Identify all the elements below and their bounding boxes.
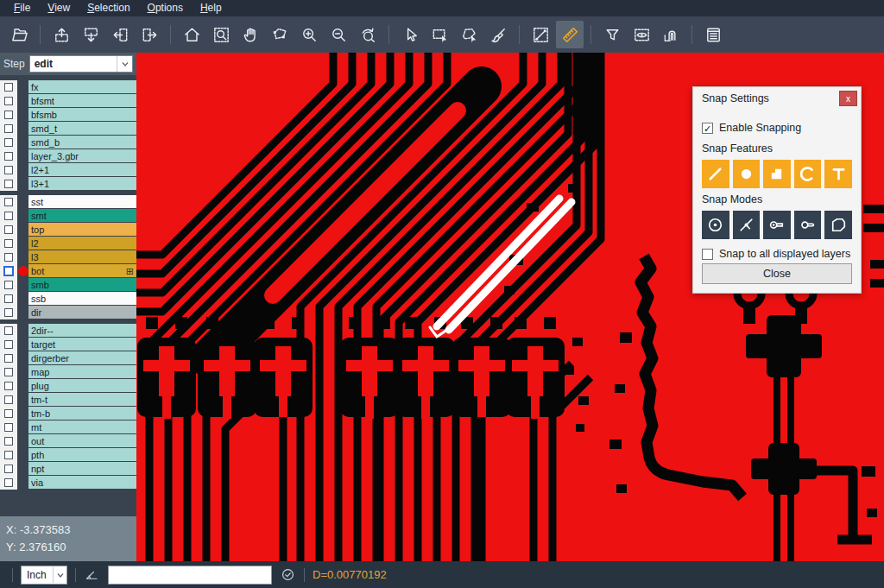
layer-visibility-cell[interactable] — [0, 462, 17, 476]
layer-row-pth[interactable]: pth — [0, 448, 136, 462]
zoom-out-button[interactable] — [325, 21, 352, 48]
layer-row-smd_b[interactable]: smd_b — [0, 136, 136, 149]
layer-checkbox-l2[interactable] — [4, 239, 13, 248]
layer-checkbox-map[interactable] — [4, 368, 13, 376]
layer-label-dir[interactable]: dir — [28, 306, 136, 319]
layer-row-map[interactable]: map — [0, 365, 136, 379]
layer-checkbox-bfsmb[interactable] — [4, 111, 13, 119]
layer-label-l2[interactable]: l2 — [28, 237, 136, 250]
layer-visibility-cell[interactable] — [0, 264, 17, 278]
mode-center-button[interactable] — [702, 211, 729, 239]
layer-label-npt[interactable]: npt — [28, 462, 136, 475]
layer-visibility-cell[interactable] — [0, 306, 17, 319]
layer-label-bot[interactable]: bot⊞ — [28, 264, 136, 277]
pan-hand-button[interactable] — [237, 21, 264, 48]
pan-down-button[interactable] — [77, 21, 104, 48]
enable-snapping-row[interactable]: ✓ Enable Snapping — [702, 122, 852, 134]
layer-visibility-cell[interactable] — [0, 365, 17, 379]
layer-label-tm-b[interactable]: tm-b — [28, 407, 136, 420]
zoom-reset-button[interactable] — [354, 21, 382, 48]
view-eye-button[interactable] — [628, 21, 655, 48]
layer-row-l2[interactable]: l2 — [0, 237, 136, 250]
layer-checkbox-bfsmt[interactable] — [4, 97, 13, 105]
layer-row-layer_3.gbr[interactable]: layer_3.gbr — [0, 149, 136, 163]
layer-label-out[interactable]: out — [28, 434, 136, 447]
layer-visibility-cell[interactable] — [0, 324, 17, 338]
layer-checkbox-dirgerber[interactable] — [4, 354, 13, 363]
layer-checkbox-tm-t[interactable] — [4, 395, 13, 404]
layer-checkbox-target[interactable] — [4, 340, 13, 349]
zoom-window-button[interactable] — [207, 21, 235, 48]
layer-row-l2+1[interactable]: l2+1 — [0, 163, 136, 177]
layer-checkbox-out[interactable] — [4, 437, 13, 446]
layer-visibility-cell[interactable] — [0, 223, 17, 237]
layer-visibility-cell[interactable] — [0, 420, 17, 434]
layer-row-tm-t[interactable]: tm-t — [0, 393, 136, 407]
check-circle-icon[interactable] — [280, 566, 296, 583]
report-form-button[interactable] — [699, 21, 727, 48]
zoom-polygon-button[interactable] — [266, 21, 294, 48]
layer-checkbox-npt[interactable] — [4, 465, 13, 473]
layer-label-map[interactable]: map — [28, 365, 136, 378]
measure-input[interactable] — [108, 566, 272, 585]
home-view-button[interactable] — [178, 21, 205, 48]
layer-visibility-cell[interactable] — [0, 136, 17, 149]
snap-surface-button[interactable] — [763, 160, 791, 188]
layer-checkbox-smd_t[interactable] — [4, 124, 13, 133]
layer-row-bot[interactable]: bot⊞ — [0, 264, 136, 278]
layer-checkbox-ssb[interactable] — [4, 294, 13, 303]
layer-row-smb[interactable]: smb — [0, 278, 136, 292]
layer-visibility-cell[interactable] — [0, 278, 17, 292]
layer-label-pth[interactable]: pth — [28, 448, 136, 461]
layer-label-fx[interactable]: fx — [28, 80, 136, 93]
layer-label-layer_3.gbr[interactable]: layer_3.gbr — [28, 149, 136, 162]
layer-label-2dir--[interactable]: 2dir-- — [28, 324, 136, 337]
layer-visibility-cell[interactable] — [0, 149, 17, 163]
layer-checkbox-dir[interactable] — [4, 308, 13, 317]
layer-label-target[interactable]: target — [28, 338, 136, 351]
select-polygon-button[interactable] — [455, 21, 483, 48]
layer-checkbox-fx[interactable] — [4, 83, 13, 92]
layer-visibility-cell[interactable] — [0, 407, 17, 420]
layer-label-smd_b[interactable]: smd_b — [28, 136, 136, 149]
layer-label-mt[interactable]: mt — [28, 420, 136, 433]
layer-row-fx[interactable]: fx — [0, 80, 136, 94]
snap-dialog-close-button[interactable]: Close — [702, 263, 852, 284]
layer-checkbox-bot[interactable] — [4, 267, 13, 275]
layer-visibility-cell[interactable] — [0, 379, 17, 393]
snap-all-layers-checkbox[interactable] — [702, 249, 713, 260]
layer-checkbox-via[interactable] — [4, 478, 13, 487]
measure-line-button[interactable] — [527, 21, 554, 48]
measure-ruler-button[interactable] — [556, 21, 584, 48]
layer-checkbox-top[interactable] — [4, 225, 13, 234]
select-brush-button[interactable] — [484, 21, 512, 48]
pcb-canvas[interactable]: Snap Settings x ✓ Enable Snapping Snap F… — [136, 53, 884, 561]
snap-dialog-titlebar[interactable]: Snap Settings x — [693, 87, 861, 110]
layer-checkbox-l3[interactable] — [4, 253, 13, 262]
snap-all-layers-row[interactable]: Snap to all displayed layers — [702, 248, 852, 260]
layer-checkbox-sst[interactable] — [4, 198, 13, 206]
step-select[interactable]: edit — [29, 55, 133, 73]
mode-nearest-button[interactable] — [733, 211, 761, 239]
layer-visibility-cell[interactable] — [0, 108, 17, 122]
menu-file[interactable]: File — [5, 0, 39, 16]
layer-visibility-cell[interactable] — [0, 195, 17, 209]
layer-label-bfsmt[interactable]: bfsmt — [28, 94, 136, 107]
snap-pad-button[interactable] — [733, 160, 761, 188]
mode-pad-slot-hole-button[interactable] — [763, 211, 791, 239]
layer-checkbox-tm-b[interactable] — [4, 409, 13, 418]
mode-pad-slot-button[interactable] — [794, 211, 822, 239]
layer-visibility-cell[interactable] — [0, 94, 17, 108]
layer-label-via[interactable]: via — [28, 476, 136, 489]
layer-label-plug[interactable]: plug — [28, 379, 136, 392]
enable-snapping-checkbox[interactable]: ✓ — [702, 123, 713, 134]
layer-row-2dir--[interactable]: 2dir-- — [0, 324, 136, 338]
layer-row-dir[interactable]: dir — [0, 306, 136, 319]
layer-checkbox-smt[interactable] — [4, 212, 13, 220]
layer-row-top[interactable]: top — [0, 223, 136, 237]
layer-visibility-cell[interactable] — [0, 237, 17, 250]
layer-row-npt[interactable]: npt — [0, 462, 136, 476]
layer-label-top[interactable]: top — [28, 223, 136, 236]
layer-checkbox-mt[interactable] — [4, 423, 13, 432]
layer-label-smd_t[interactable]: smd_t — [28, 122, 136, 135]
